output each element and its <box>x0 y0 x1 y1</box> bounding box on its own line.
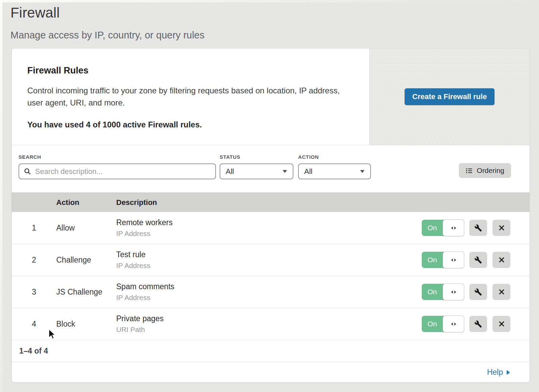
page-header: Firewall Manage access by IP, country, o… <box>0 0 539 41</box>
page-subtitle: Manage access by IP, country, or query r… <box>10 30 539 41</box>
delete-rule-button[interactable] <box>493 252 510 268</box>
page-title: Firewall <box>10 5 539 21</box>
toggle-state-label: On <box>422 316 443 332</box>
edit-rule-button[interactable] <box>469 284 487 300</box>
table-row: 4 Block Private pages URI Path On <box>12 308 530 340</box>
help-link[interactable]: Help <box>487 368 510 377</box>
rule-enabled-toggle[interactable]: On <box>422 316 464 332</box>
delete-rule-button[interactable] <box>493 284 510 300</box>
column-header-action: Action <box>56 198 116 207</box>
rule-controls: On <box>422 252 530 268</box>
toggle-state-label: On <box>422 284 443 300</box>
create-firewall-rule-button[interactable]: Create a Firewall rule <box>405 88 495 105</box>
chevron-down-icon <box>282 170 287 173</box>
wrench-icon <box>474 224 482 232</box>
close-icon <box>498 289 505 295</box>
rule-description: Spam comments <box>116 282 422 291</box>
window-edge-top <box>0 0 539 2</box>
toggle-handle-icon <box>443 251 464 268</box>
rule-description: Test rule <box>116 250 422 259</box>
rule-description-cell: Spam comments IP Address <box>116 282 422 302</box>
wrench-icon <box>474 320 482 328</box>
rule-match-type: IP Address <box>116 262 422 270</box>
toggle-handle-icon <box>443 283 464 300</box>
rule-action: JS Challenge <box>56 288 116 297</box>
filter-bar: SEARCH STATUS All ACTION All <box>12 145 530 192</box>
chevron-down-icon <box>360 170 365 173</box>
rule-description: Remote workers <box>116 218 422 227</box>
wrench-icon <box>474 256 482 264</box>
rule-priority: 1 <box>12 223 56 233</box>
rule-action: Allow <box>56 223 116 233</box>
search-label: SEARCH <box>19 154 216 160</box>
table-header: Action Description <box>12 192 530 212</box>
ordering-button[interactable]: Ordering <box>459 163 511 178</box>
wrench-icon <box>474 288 482 296</box>
create-rule-panel: Create a Firewall rule <box>369 49 530 145</box>
help-link-label: Help <box>487 368 503 377</box>
rules-overview-section: Firewall Rules Control incoming traffic … <box>12 49 530 145</box>
rule-enabled-toggle[interactable]: On <box>422 252 464 268</box>
action-label: ACTION <box>298 154 371 160</box>
status-label: STATUS <box>220 154 293 160</box>
search-input[interactable] <box>35 167 211 176</box>
search-filter-group: SEARCH <box>19 154 216 179</box>
usage-note: You have used 4 of 1000 active Firewall … <box>27 120 354 129</box>
rule-priority: 4 <box>12 320 56 329</box>
close-icon <box>498 321 505 327</box>
delete-rule-button[interactable] <box>493 220 510 236</box>
toggle-handle-icon <box>443 315 464 332</box>
table-row: 2 Challenge Test rule IP Address On <box>12 244 530 276</box>
rule-enabled-toggle[interactable]: On <box>422 220 464 236</box>
search-icon <box>24 168 31 175</box>
card-footer: Help <box>12 362 530 383</box>
pagination: 1–4 of 4 <box>12 340 530 362</box>
rules-overview-text: Firewall Rules Control incoming traffic … <box>12 49 369 145</box>
toggle-state-label: On <box>422 252 443 268</box>
ordering-list-icon <box>466 167 473 174</box>
status-filter-group: STATUS All <box>220 154 293 179</box>
rule-priority: 3 <box>12 288 56 297</box>
action-filter-group: ACTION All <box>298 154 371 179</box>
rule-controls: On <box>422 284 530 300</box>
status-select[interactable]: All <box>220 163 293 179</box>
edit-rule-button[interactable] <box>469 220 487 236</box>
toggle-state-label: On <box>422 220 443 236</box>
rule-priority: 2 <box>12 255 56 265</box>
delete-rule-button[interactable] <box>493 316 510 332</box>
help-arrow-icon <box>506 370 510 375</box>
close-icon <box>498 257 505 263</box>
rule-match-type: IP Address <box>116 230 422 238</box>
ordering-button-label: Ordering <box>477 167 504 175</box>
search-box <box>19 163 216 179</box>
rule-controls: On <box>422 316 530 332</box>
rule-action: Block <box>56 320 116 329</box>
rule-action: Challenge <box>56 255 116 265</box>
card-description: Control incoming traffic to your zone by… <box>27 85 347 109</box>
status-select-value: All <box>226 167 234 176</box>
close-icon <box>498 224 505 231</box>
firewall-rules-card: Firewall Rules Control incoming traffic … <box>11 48 530 383</box>
rule-description-cell: Private pages URI Path <box>116 314 422 334</box>
card-heading: Firewall Rules <box>27 65 354 76</box>
pagination-range: 1–4 of 4 <box>19 346 48 356</box>
rule-description-cell: Remote workers IP Address <box>116 218 422 238</box>
table-row: 1 Allow Remote workers IP Address On <box>12 212 530 244</box>
edit-rule-button[interactable] <box>469 316 487 332</box>
action-select-value: All <box>304 167 312 176</box>
rule-match-type: IP Address <box>116 294 422 302</box>
rule-controls: On <box>422 220 530 236</box>
action-select[interactable]: All <box>298 163 371 179</box>
rule-description: Private pages <box>116 314 422 323</box>
rule-enabled-toggle[interactable]: On <box>422 284 464 300</box>
rule-match-type: URI Path <box>116 326 422 334</box>
column-header-description: Description <box>116 198 530 207</box>
window-edge-left <box>0 0 2 392</box>
rule-description-cell: Test rule IP Address <box>116 250 422 270</box>
table-row: 3 JS Challenge Spam comments IP Address … <box>12 276 530 308</box>
edit-rule-button[interactable] <box>469 252 487 268</box>
toggle-handle-icon <box>443 219 464 236</box>
